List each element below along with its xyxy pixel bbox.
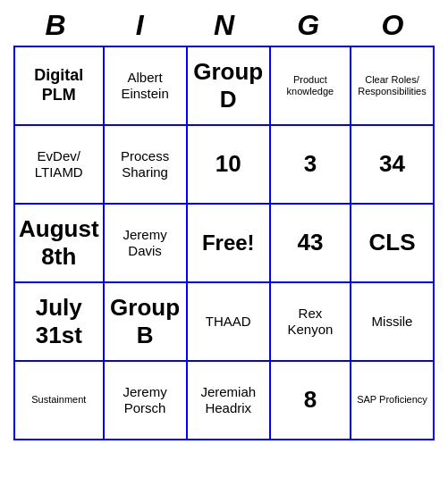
header-i: I [97,9,182,42]
cell-r2-c3: 43 [270,204,351,282]
cell-r4-c3: 8 [270,361,351,440]
header-g: G [266,9,351,42]
cell-r3-c4: Missile [351,282,434,361]
cell-r3-c3: Rex Kenyon [270,282,351,361]
cell-r2-c0: August 8th [14,204,104,282]
cell-r0-c4: Clear Roles/ Responsibilities [351,46,434,125]
cell-r4-c4: SAP Proficiency [351,361,434,440]
cell-r4-c2: Jeremiah Headrix [187,361,270,440]
cell-r2-c4: CLS [351,204,434,282]
cell-r3-c2: THAAD [187,282,270,361]
header-b: B [13,9,97,42]
header-o: O [351,9,435,42]
cell-r1-c1: Process Sharing [104,125,187,204]
cell-r2-c2: Free! [187,204,270,282]
cell-r1-c2: 10 [187,125,270,204]
cell-r1-c4: 34 [351,125,434,204]
cell-r4-c1: Jeremy Porsch [104,361,187,440]
cell-r0-c2: Group D [187,46,270,125]
cell-r1-c3: 3 [270,125,351,204]
cell-r0-c3: Product knowledge [270,46,351,125]
bingo-grid: Digital PLMAlbert EinsteinGroup DProduct… [13,46,435,440]
cell-r2-c1: Jeremy Davis [104,204,187,282]
cell-r0-c0: Digital PLM [14,46,104,125]
bingo-header: B I N G O [13,9,435,42]
cell-r1-c0: EvDev/ LTIAMD [14,125,104,204]
cell-r3-c0: July 31st [14,282,104,361]
cell-r0-c1: Albert Einstein [104,46,187,125]
cell-r3-c1: Group B [104,282,187,361]
cell-r4-c0: Sustainment [14,361,104,440]
header-n: N [182,9,266,42]
